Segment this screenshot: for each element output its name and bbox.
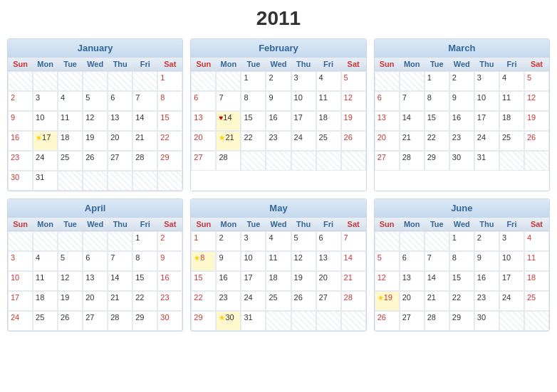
- month-february: FebruarySunMonTueWedThuFriSat12345678910…: [190, 38, 366, 191]
- day-cell: 28: [132, 151, 157, 171]
- day-number: 25: [319, 133, 328, 142]
- day-number: 12: [344, 93, 353, 102]
- day-number: 21: [402, 133, 411, 142]
- day-cell: 4: [316, 71, 341, 91]
- day-number: 11: [502, 93, 511, 102]
- day-cell: 26: [83, 151, 108, 171]
- day-cell: 22: [449, 291, 474, 311]
- day-cell: 27: [191, 151, 216, 171]
- day-cell: 9: [216, 251, 241, 271]
- day-number: 1: [160, 73, 165, 82]
- day-number: 10: [502, 253, 511, 262]
- day-header-fri: Fri: [132, 58, 157, 70]
- day-number: 19: [85, 133, 94, 142]
- day-cell: 16: [216, 271, 241, 291]
- day-number: 7: [427, 253, 432, 262]
- empty-cell: [375, 71, 400, 91]
- day-cell: 14: [341, 251, 366, 271]
- day-header-sun: Sun: [375, 218, 400, 231]
- day-number: 14: [223, 113, 231, 122]
- day-header-fri: Fri: [499, 218, 524, 231]
- day-header-sun: Sun: [375, 58, 400, 70]
- day-cell: 4: [499, 71, 524, 91]
- day-number: 26: [527, 133, 536, 142]
- day-header-sat: Sat: [524, 218, 549, 231]
- day-number: 2: [219, 233, 223, 242]
- month-january: JanuarySunMonTueWedThuFriSat123456789101…: [7, 38, 183, 191]
- day-number: 7: [402, 93, 407, 102]
- day-cell: 15: [449, 271, 474, 291]
- day-cell: 15: [425, 111, 449, 131]
- day-number: 4: [61, 93, 65, 102]
- day-header-sat: Sat: [341, 58, 366, 70]
- day-cell: 8: [157, 91, 182, 111]
- day-number: 22: [160, 133, 169, 142]
- day-number: 6: [110, 93, 115, 102]
- empty-cell: [8, 71, 33, 91]
- day-number: 16: [219, 273, 227, 282]
- day-cell: 14: [425, 271, 449, 291]
- day-cell: 15: [157, 111, 182, 131]
- day-number: 4: [502, 73, 506, 82]
- day-cell: 17: [291, 111, 316, 131]
- day-number: 28: [402, 153, 411, 161]
- day-number: 28: [219, 153, 227, 161]
- day-number: 26: [294, 293, 303, 302]
- day-header-thu: Thu: [474, 58, 499, 70]
- day-cell: 28: [400, 151, 425, 171]
- day-cell: 27: [316, 291, 341, 311]
- day-header-mon: Mon: [216, 58, 241, 70]
- day-number: 4: [527, 233, 531, 242]
- day-number: 13: [110, 113, 119, 122]
- day-header-fri: Fri: [316, 218, 341, 231]
- empty-cell: [425, 231, 449, 251]
- day-number: 13: [85, 273, 94, 282]
- day-cell: 20: [400, 291, 425, 311]
- day-cell: 28: [425, 311, 449, 331]
- day-cell: 13: [400, 271, 425, 291]
- day-cell: 21: [341, 271, 366, 291]
- day-number: 29: [160, 153, 169, 161]
- day-cell: 28: [108, 311, 132, 331]
- day-number: 5: [527, 73, 531, 82]
- day-cell: 6: [83, 251, 108, 271]
- day-number: 17: [294, 113, 303, 122]
- day-number: 24: [477, 133, 486, 142]
- day-cell: 27: [400, 311, 425, 331]
- day-number: 30: [452, 153, 461, 161]
- day-number: 22: [194, 293, 202, 302]
- day-cell: 7: [400, 91, 425, 111]
- day-cell: 9: [449, 91, 474, 111]
- day-number: 23: [219, 293, 227, 302]
- day-number: 28: [427, 313, 436, 322]
- day-header-mon: Mon: [33, 58, 58, 70]
- day-number: 6: [194, 93, 198, 102]
- cal-grid-february: 12345678910111213♥14151617181920★2122232…: [191, 71, 365, 171]
- day-cell: 8: [132, 251, 157, 271]
- month-header-january: January: [8, 39, 182, 58]
- day-number: 5: [61, 253, 65, 262]
- day-cell: 30: [449, 151, 474, 171]
- empty-cell: [83, 231, 108, 251]
- day-cell: 10: [241, 251, 266, 271]
- month-may: MaySunMonTueWedThuFriSat1234567★89101112…: [190, 198, 366, 332]
- day-number: 23: [477, 293, 486, 302]
- empty-cell: [83, 171, 108, 191]
- day-number: 25: [502, 133, 511, 142]
- day-number: 10: [294, 93, 303, 102]
- day-number: 6: [319, 233, 323, 242]
- day-number: 12: [61, 273, 69, 282]
- day-number: 15: [194, 273, 202, 282]
- star-icon: ★: [378, 294, 384, 302]
- day-cell: 10: [8, 271, 33, 291]
- day-number: 31: [36, 173, 44, 181]
- day-cell: 14: [132, 111, 157, 131]
- day-cell: 15: [241, 111, 266, 131]
- day-cell: 13: [83, 271, 108, 291]
- day-cell: 6: [316, 231, 341, 251]
- day-number: 5: [85, 93, 90, 102]
- day-number: 17: [244, 273, 252, 282]
- day-number: 9: [269, 93, 273, 102]
- day-cell: 15: [191, 271, 216, 291]
- day-header-tue: Tue: [58, 218, 83, 231]
